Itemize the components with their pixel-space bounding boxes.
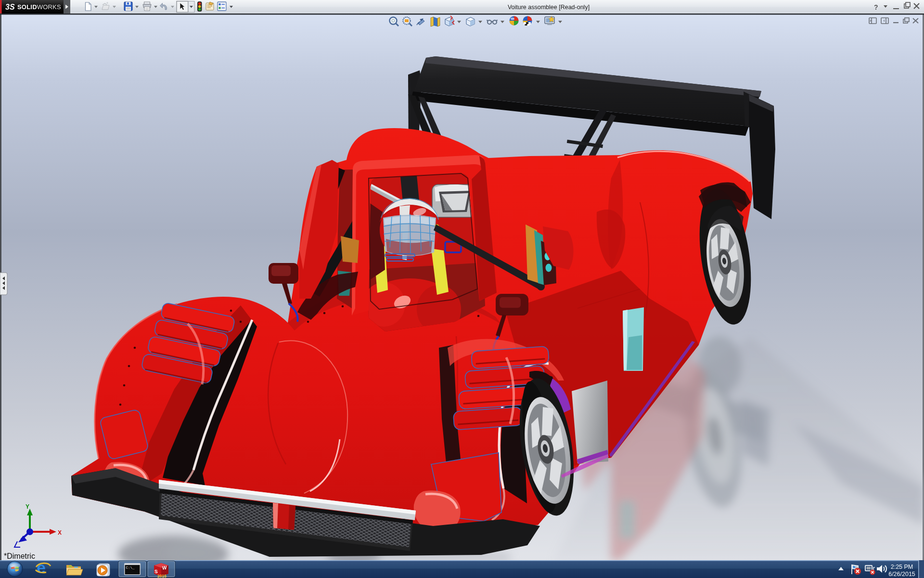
svg-text:2:25 PM: 2:25 PM xyxy=(891,564,913,570)
svg-text:*Dimetric: *Dimetric xyxy=(4,552,35,560)
svg-text:W: W xyxy=(162,565,167,571)
svg-text:SOLIDWORKS: SOLIDWORKS xyxy=(17,3,61,11)
svg-text:2015: 2015 xyxy=(157,574,167,578)
svg-text:X: X xyxy=(58,529,62,536)
svg-text:e: e xyxy=(37,558,46,577)
svg-text:6/26/2015: 6/26/2015 xyxy=(888,571,915,578)
svg-text:3S: 3S xyxy=(5,3,15,11)
svg-text:Voiture assomblee [Read-only]: Voiture assomblee [Read-only] xyxy=(508,4,590,11)
svg-text:?: ? xyxy=(874,3,878,11)
svg-text:C:\_: C:\_ xyxy=(126,566,135,570)
svg-text:Y: Y xyxy=(26,503,29,510)
